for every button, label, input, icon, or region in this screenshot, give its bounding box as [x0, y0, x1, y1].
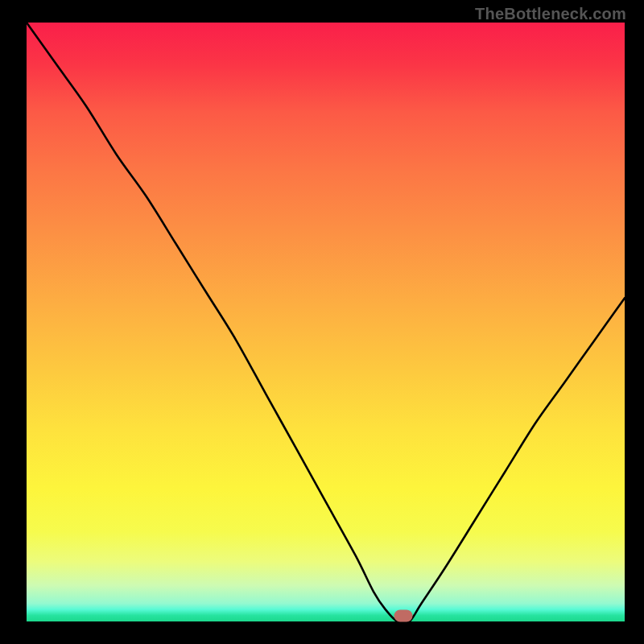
- bottleneck-curve: [27, 23, 625, 621]
- watermark-text: TheBottleneck.com: [475, 5, 626, 23]
- chart-frame: TheBottleneck.com: [0, 0, 644, 644]
- plot-area: [27, 23, 625, 621]
- curve-svg: [27, 23, 625, 621]
- optimum-marker: [394, 610, 413, 622]
